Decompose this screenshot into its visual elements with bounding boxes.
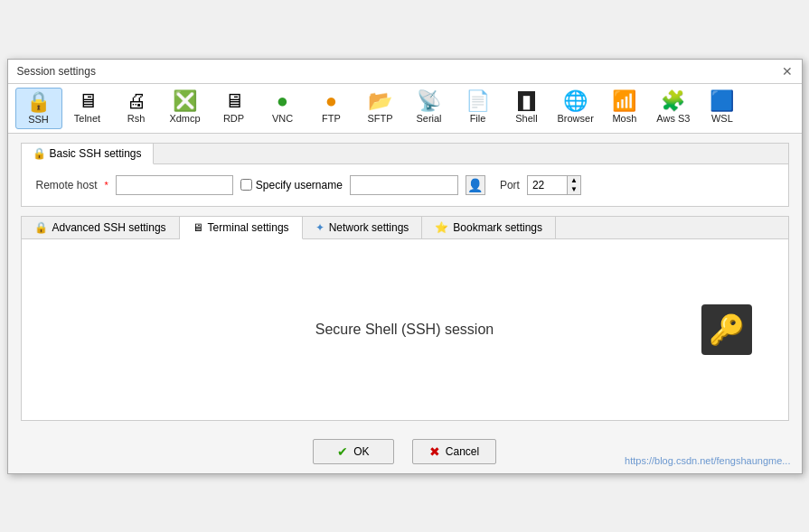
- protocol-ftp[interactable]: ● FTP: [308, 88, 355, 129]
- user-icon: 👤: [467, 178, 483, 192]
- basic-ssh-tab[interactable]: 🔒 Basic SSH settings: [22, 144, 154, 164]
- watermark: https://blog.csdn.net/fengshaungme...: [625, 455, 790, 466]
- telnet-label: Telnet: [74, 113, 100, 124]
- rdp-label: RDP: [223, 113, 244, 124]
- tab-network[interactable]: ✦ Network settings: [303, 217, 423, 238]
- awss3-label: Aws S3: [656, 113, 690, 124]
- terminal-tab-icon: 🖥: [193, 221, 203, 234]
- key-icon-box: 🔑: [701, 304, 752, 355]
- session-settings-dialog: Session settings ✕ 🔒 SSH 🖥 Telnet 🖨 Rsh …: [7, 59, 803, 474]
- protocol-wsl[interactable]: 🟦 WSL: [699, 88, 746, 129]
- port-group: 22 ▲ ▼: [527, 175, 581, 195]
- shell-label: Shell: [515, 113, 537, 124]
- button-row: ✔ OK ✖ Cancel https://blog.csdn.net/feng…: [8, 430, 802, 473]
- ssh-label: SSH: [28, 114, 49, 125]
- vnc-label: VNC: [272, 113, 293, 124]
- specify-username-checkbox[interactable]: [240, 179, 252, 191]
- basic-ssh-tab-icon: 🔒: [33, 147, 46, 160]
- protocol-file[interactable]: 📄 File: [455, 88, 502, 129]
- xdmcp-icon: ❎: [173, 91, 197, 111]
- awss3-icon: 🧩: [661, 91, 685, 111]
- session-description-label: Secure Shell (SSH) session: [315, 322, 494, 338]
- cancel-label: Cancel: [446, 445, 479, 458]
- ok-button[interactable]: ✔ OK: [313, 439, 394, 464]
- network-tab-icon: ✦: [315, 221, 325, 234]
- lower-tab-row: 🔒 Advanced SSH settings 🖥 Terminal setti…: [22, 217, 788, 239]
- tab-bookmark[interactable]: ⭐ Bookmark settings: [422, 217, 556, 238]
- network-tab-label: Network settings: [329, 221, 409, 234]
- port-label: Port: [500, 179, 520, 191]
- rdp-icon: 🖥: [224, 91, 244, 111]
- protocol-rdp[interactable]: 🖥 RDP: [211, 88, 258, 129]
- browser-label: Browser: [558, 113, 594, 124]
- protocol-rsh[interactable]: 🖨 Rsh: [113, 88, 160, 129]
- tab-terminal[interactable]: 🖥 Terminal settings: [180, 217, 303, 239]
- port-down-button[interactable]: ▼: [568, 185, 580, 194]
- protocol-shell[interactable]: ▮ Shell: [503, 88, 550, 129]
- remote-host-label: Remote host: [36, 179, 98, 191]
- cancel-icon: ✖: [429, 444, 440, 459]
- specify-username-checkbox-label[interactable]: Specify username: [240, 179, 343, 191]
- bookmark-tab-icon: ⭐: [435, 221, 448, 234]
- key-icon: 🔑: [709, 313, 745, 347]
- username-input[interactable]: [350, 175, 458, 195]
- protocol-vnc[interactable]: ● VNC: [259, 88, 306, 129]
- terminal-tab-label: Terminal settings: [208, 221, 289, 234]
- remote-host-input[interactable]: [116, 175, 233, 195]
- ftp-label: FTP: [322, 113, 341, 124]
- port-input[interactable]: 22: [527, 175, 568, 195]
- basic-ssh-content: Remote host * Specify username 👤 Port 22: [22, 164, 788, 206]
- shell-icon: ▮: [518, 91, 535, 111]
- ftp-icon: ●: [325, 91, 337, 111]
- title-bar: Session settings ✕: [8, 60, 802, 84]
- dialog-title: Session settings: [17, 65, 96, 78]
- browser-icon: 🌐: [563, 91, 588, 111]
- tab-advanced-ssh[interactable]: 🔒 Advanced SSH settings: [22, 217, 180, 238]
- specify-username-label: Specify username: [256, 179, 343, 191]
- basic-ssh-tab-label: Basic SSH settings: [50, 147, 142, 160]
- bookmark-tab-label: Bookmark settings: [453, 221, 542, 234]
- protocol-sftp[interactable]: 📂 SFTP: [357, 88, 404, 129]
- lower-panel: 🔒 Advanced SSH settings 🖥 Terminal setti…: [21, 216, 789, 421]
- basic-tab-row: 🔒 Basic SSH settings: [22, 144, 788, 164]
- serial-label: Serial: [416, 113, 441, 124]
- file-icon: 📄: [466, 91, 490, 111]
- protocol-awss3[interactable]: 🧩 Aws S3: [650, 88, 697, 129]
- telnet-icon: 🖥: [78, 91, 98, 111]
- wsl-icon: 🟦: [710, 91, 734, 111]
- content-area: 🔒 Basic SSH settings Remote host * Speci…: [8, 134, 802, 430]
- ok-label: OK: [353, 445, 369, 458]
- user-browse-button[interactable]: 👤: [466, 175, 485, 195]
- wsl-label: WSL: [711, 113, 733, 124]
- basic-ssh-panel: 🔒 Basic SSH settings Remote host * Speci…: [21, 143, 789, 207]
- protocol-serial[interactable]: 📡 Serial: [406, 88, 453, 129]
- ssh-icon: 🔒: [26, 92, 51, 112]
- lower-content-area: Secure Shell (SSH) session 🔑: [22, 239, 788, 420]
- serial-icon: 📡: [417, 91, 441, 111]
- port-up-button[interactable]: ▲: [568, 176, 580, 185]
- rsh-icon: 🖨: [127, 91, 146, 111]
- xdmcp-label: Xdmcp: [169, 113, 200, 124]
- vnc-icon: ●: [277, 91, 288, 111]
- ok-icon: ✔: [337, 444, 348, 459]
- protocol-telnet[interactable]: 🖥 Telnet: [64, 88, 111, 129]
- file-label: File: [470, 113, 486, 124]
- advanced-ssh-tab-label: Advanced SSH settings: [52, 221, 166, 234]
- sftp-label: SFTP: [367, 113, 392, 124]
- close-button[interactable]: ✕: [782, 65, 793, 78]
- port-spinner: ▲ ▼: [567, 175, 581, 195]
- rsh-label: Rsh: [127, 113, 146, 124]
- mosh-label: Mosh: [612, 113, 636, 124]
- required-indicator: *: [105, 180, 108, 191]
- protocol-browser[interactable]: 🌐 Browser: [552, 88, 599, 129]
- protocol-ssh[interactable]: 🔒 SSH: [15, 88, 62, 129]
- sftp-icon: 📂: [368, 91, 392, 111]
- protocol-mosh[interactable]: 📶 Mosh: [601, 88, 648, 129]
- basic-ssh-form-row: Remote host * Specify username 👤 Port 22: [36, 175, 774, 195]
- mosh-icon: 📶: [612, 91, 636, 111]
- cancel-button[interactable]: ✖ Cancel: [412, 439, 496, 464]
- protocol-xdmcp[interactable]: ❎ Xdmcp: [162, 88, 209, 129]
- protocol-toolbar: 🔒 SSH 🖥 Telnet 🖨 Rsh ❎ Xdmcp 🖥 RDP ● VNC…: [8, 84, 802, 134]
- advanced-ssh-tab-icon: 🔒: [34, 221, 48, 234]
